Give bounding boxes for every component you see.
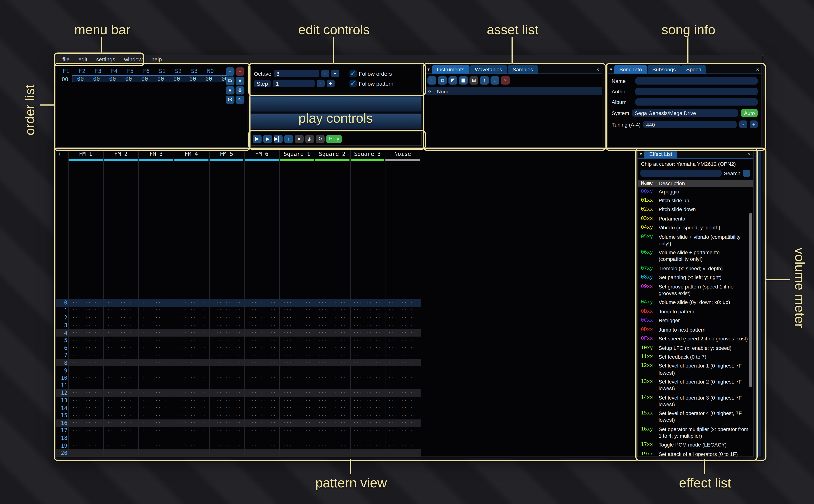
effect-row[interactable]: 16xy Set operator multiplier (x: operato… (638, 425, 753, 440)
pattern-cell[interactable]: ··· ·· ·· ·· ·· (70, 316, 105, 320)
song-name-input[interactable] (635, 77, 758, 85)
pattern-cell[interactable]: ··· ·· ·· ·· ·· (350, 361, 386, 365)
step-decrease-button[interactable]: - (317, 80, 324, 87)
effect-row[interactable]: 02xx Pitch slide down (638, 205, 753, 214)
pattern-cell[interactable]: ··· ·· ·· ·· ·· (350, 300, 386, 305)
pattern-cell[interactable]: ··· ·· ·· ·· ·· (140, 353, 175, 358)
pattern-cell[interactable]: ··· ·· ·· ·· ·· (385, 346, 421, 350)
asset-toolbar-button[interactable]: × (501, 76, 510, 85)
pattern-cell[interactable]: ··· ·· ·· ·· ·· (70, 391, 105, 395)
pattern-row[interactable]: 12··· ·· ·· ·· ····· ·· ·· ·· ····· ·· ·… (56, 389, 421, 397)
pattern-cell[interactable]: ··· ·· ·· ·· ·· (280, 406, 315, 410)
pattern-row[interactable]: 11··· ·· ·· ·· ····· ·· ·· ·· ····· ·· ·… (56, 382, 421, 389)
follow-pattern-checkbox[interactable]: ✓ (349, 80, 356, 87)
pattern-cell[interactable]: ··· ·· ·· ·· ·· (140, 391, 175, 395)
pattern-cell[interactable]: ··· ·· ·· ·· ·· (140, 413, 175, 418)
pattern-cell[interactable]: ··· ·· ·· ·· ·· (385, 368, 421, 373)
menu-item[interactable]: help (147, 56, 166, 63)
pattern-cell[interactable]: ··· ·· ·· ·· ·· (280, 338, 315, 342)
pattern-cell[interactable]: ··· ·· ·· ·· ·· (140, 323, 175, 328)
pattern-cell[interactable]: ··· ·· ·· ·· ·· (105, 323, 140, 328)
radio-icon[interactable]: ○ (428, 88, 431, 94)
pattern-cell[interactable]: ··· ·· ·· ·· ·· (175, 436, 210, 440)
order-cell[interactable]: 00 (72, 76, 88, 82)
pattern-cell[interactable]: ··· ·· ·· ·· ·· (350, 383, 386, 388)
pattern-cell[interactable]: ··· ·· ·· ·· ·· (105, 443, 140, 448)
pattern-cell[interactable]: ··· ·· ·· ·· ·· (140, 308, 175, 312)
pattern-row[interactable]: 17··· ·· ·· ·· ····· ·· ·· ·· ····· ·· ·… (56, 427, 421, 434)
asset-toolbar-button[interactable]: ⧉ (438, 76, 447, 85)
play-control-button[interactable]: ↓ (284, 135, 293, 143)
pattern-row[interactable]: 6··· ·· ·· ·· ····· ·· ·· ·· ····· ·· ··… (56, 344, 421, 352)
pattern-cell[interactable]: ··· ·· ·· ·· ·· (280, 361, 315, 365)
pattern-row[interactable]: 16··· ·· ·· ·· ····· ·· ·· ·· ····· ·· ·… (56, 419, 421, 427)
asset-toolbar-button[interactable]: + (428, 76, 436, 85)
pattern-cell[interactable]: ··· ·· ·· ·· ·· (245, 316, 280, 320)
pattern-cell[interactable]: ··· ·· ·· ·· ·· (245, 428, 280, 433)
pattern-cell[interactable]: ··· ·· ·· ·· ·· (245, 421, 280, 425)
pattern-cell[interactable]: ··· ·· ·· ·· ·· (315, 331, 350, 335)
pattern-cell[interactable]: ··· ·· ·· ·· ·· (140, 398, 175, 403)
step-increase-button[interactable]: + (326, 80, 334, 87)
effect-row[interactable]: 10xy Setup LFO (x: enable; y: speed) (638, 343, 753, 352)
octave-decrease-button[interactable]: - (321, 70, 329, 77)
pattern-row[interactable]: 0··· ·· ·· ·· ····· ·· ·· ·· ····· ·· ··… (56, 299, 421, 307)
pattern-cell[interactable]: ··· ·· ·· ·· ·· (105, 308, 140, 312)
tuning-decrease-button[interactable]: - (739, 120, 747, 128)
pattern-cell[interactable]: ··· ·· ·· ·· ·· (210, 331, 245, 335)
pattern-cell[interactable]: ··· ·· ·· ·· ·· (210, 300, 245, 305)
pattern-cell[interactable]: ··· ·· ·· ·· ·· (105, 316, 140, 320)
pattern-cell[interactable]: ··· ·· ·· ·· ·· (210, 383, 245, 388)
pattern-cell[interactable]: ··· ·· ·· ·· ·· (245, 361, 280, 365)
close-icon[interactable]: × (754, 65, 761, 74)
effect-row[interactable]: 05xy Volume slide + vibrato (compatibili… (638, 232, 753, 248)
channel-header[interactable]: FM 2 (103, 151, 138, 157)
pattern-cell[interactable]: ··· ·· ·· ·· ·· (105, 383, 140, 388)
pattern-cell[interactable]: ··· ·· ·· ·· ·· (140, 331, 175, 335)
order-toolbar-button[interactable]: + (226, 67, 234, 76)
asset-toolbar-button[interactable]: ↑ (480, 76, 489, 85)
pattern-cell[interactable]: ··· ·· ·· ·· ·· (105, 353, 140, 358)
pattern-cell[interactable]: ··· ·· ·· ·· ·· (385, 338, 421, 342)
pattern-cell[interactable]: ··· ·· ·· ·· ·· (350, 338, 386, 342)
pattern-cell[interactable]: ··· ·· ·· ·· ·· (315, 413, 350, 418)
pattern-cell[interactable]: ··· ·· ·· ·· ·· (245, 376, 280, 380)
pattern-cell[interactable]: ··· ·· ·· ·· ·· (70, 383, 105, 388)
pattern-cell[interactable]: ··· ·· ·· ·· ·· (280, 428, 315, 433)
effect-row[interactable]: 03xx Portamento (638, 214, 753, 223)
pattern-cell[interactable]: ··· ·· ·· ·· ·· (70, 376, 105, 380)
pattern-cell[interactable]: ··· ·· ·· ·· ·· (280, 308, 315, 312)
pattern-cell[interactable]: ··· ·· ·· ·· ·· (315, 316, 350, 320)
pattern-cell[interactable]: ··· ·· ·· ·· ·· (105, 436, 140, 440)
pattern-cell[interactable]: ··· ·· ·· ·· ·· (315, 346, 350, 350)
pattern-cell[interactable]: ··· ·· ·· ·· ·· (280, 346, 315, 350)
order-toolbar-button[interactable]: ⋈ (226, 96, 234, 104)
pattern-cell[interactable]: ··· ·· ·· ·· ·· (140, 368, 175, 373)
pattern-cell[interactable]: ··· ·· ·· ·· ·· (350, 331, 386, 335)
pattern-cell[interactable]: ··· ·· ·· ·· ·· (70, 406, 105, 410)
order-row-selected[interactable]: 00000000000000000000 (72, 75, 233, 82)
pattern-cell[interactable]: ··· ·· ·· ·· ·· (280, 421, 315, 425)
pattern-cell[interactable]: ··· ·· ·· ·· ·· (280, 323, 315, 328)
pattern-row[interactable]: 7··· ·· ·· ·· ····· ·· ·· ·· ····· ·· ··… (56, 352, 421, 359)
pattern-cell[interactable]: ··· ·· ·· ·· ·· (70, 421, 105, 425)
octave-increase-button[interactable]: + (331, 70, 339, 77)
pattern-cell[interactable]: ··· ·· ·· ·· ·· (315, 398, 350, 403)
pattern-cell[interactable]: ··· ·· ·· ·· ·· (315, 338, 350, 342)
pattern-cell[interactable]: ··· ·· ·· ·· ·· (280, 398, 315, 403)
effect-row[interactable]: 09xx Set groove pattern (speed 1 if no g… (638, 282, 753, 298)
pattern-cell[interactable]: ··· ·· ·· ·· ·· (210, 353, 245, 358)
pattern-cell[interactable]: ··· ·· ·· ·· ·· (175, 391, 210, 395)
order-cell[interactable]: 00 (201, 76, 217, 82)
asset-tab[interactable]: Wavetables (470, 65, 507, 74)
pattern-cell[interactable]: ··· ·· ·· ·· ·· (140, 338, 175, 342)
pattern-cell[interactable]: ··· ·· ·· ·· ·· (315, 443, 350, 448)
play-control-button[interactable]: ▶ (263, 135, 272, 143)
pattern-cell[interactable]: ··· ·· ·· ·· ·· (315, 300, 350, 305)
pattern-cell[interactable]: ··· ·· ·· ·· ·· (175, 331, 210, 335)
play-control-button[interactable]: ▶▏ (274, 135, 282, 143)
pattern-cell[interactable]: ··· ·· ·· ·· ·· (175, 413, 210, 418)
pattern-cell[interactable]: ··· ·· ·· ·· ·· (105, 368, 140, 373)
pattern-cell[interactable]: ··· ·· ·· ·· ·· (350, 428, 386, 433)
pattern-cell[interactable]: ··· ·· ·· ·· ·· (385, 323, 421, 328)
